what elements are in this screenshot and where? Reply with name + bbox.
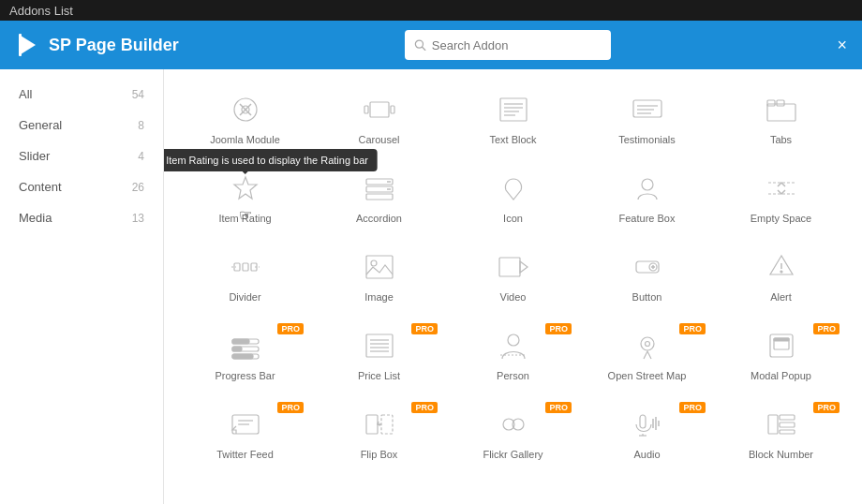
addon-icon-video [495,248,532,286]
svg-marker-21 [234,177,257,199]
addon-item-testimonials[interactable]: Testimonials [580,79,714,157]
svg-rect-18 [767,104,795,121]
addon-name: Testimonials [618,134,676,145]
addon-icon-carousel [361,91,398,128]
logo-icon [15,32,41,58]
addon-item-flipbox[interactable]: PRO Flip Box [312,393,446,472]
addon-name: Icon [503,213,523,224]
addon-item-video[interactable]: Video [446,236,580,315]
pro-badge: PRO [679,402,706,413]
addon-icon-modalpopup [763,327,800,364]
svg-rect-51 [366,334,393,357]
addon-name: Audio [633,449,660,460]
pro-badge: PRO [277,323,304,334]
addon-name: Flickr Gallery [483,449,542,460]
sidebar-item-slider[interactable]: Slider4 [0,141,163,171]
addon-item-carousel[interactable]: Carousel [312,79,446,157]
svg-rect-24 [366,194,393,200]
svg-point-58 [641,337,654,350]
addon-item-textblock[interactable]: Text Block [446,79,580,157]
svg-rect-1 [19,34,22,56]
addon-item-modalpopup[interactable]: PRO Modal Popup [714,315,848,393]
sidebar-item-all[interactable]: All54 [0,79,163,110]
addon-item-image[interactable]: Image [312,236,446,315]
addon-item-blocknumber[interactable]: PRO Block Number [714,393,848,472]
addon-item-featurebox[interactable]: Feature Box [580,157,714,236]
addon-icon-testimonials [629,91,666,128]
addon-icon-tabs [763,91,800,128]
addon-name: Person [497,370,529,381]
sidebar-label: Content [19,180,62,194]
pro-badge: PRO [813,402,840,413]
addon-name: Accordion [356,213,402,224]
svg-rect-76 [768,415,778,434]
svg-rect-66 [366,415,378,434]
addon-item-flickr[interactable]: PRO Flickr Gallery [446,393,580,472]
close-button[interactable]: × [837,37,847,53]
addon-icon-twitter [227,406,264,443]
search-box[interactable] [405,30,611,60]
addon-item-progressbar[interactable]: PRO Progress Bar [178,315,312,393]
addon-item-button[interactable]: Button [580,236,714,315]
addon-name: Empty Space [751,213,811,224]
addon-name: Price List [358,370,400,381]
logo-text: SP Page Builder [49,36,179,55]
pro-badge: PRO [545,323,572,334]
addon-icon-button [629,248,666,286]
addon-item-pricelist[interactable]: PRO Price List [312,315,446,393]
sidebar-label: General [19,118,62,132]
addon-name: Joomla Module [210,134,280,145]
addon-icon-alert [763,248,800,286]
addon-item-icon[interactable]: Icon [446,157,580,236]
svg-rect-67 [381,415,393,434]
addon-item-map[interactable]: PRO Open Street Map [580,315,714,393]
svg-rect-20 [777,100,784,106]
addon-item-person[interactable]: PRO Person [446,315,580,393]
addon-icon-flipbox [361,406,398,443]
addon-icon-progressbar [227,327,264,364]
svg-rect-35 [366,256,393,278]
search-input[interactable] [432,38,602,52]
modal-header: SP Page Builder × [0,21,862,69]
svg-rect-8 [391,106,394,113]
addon-name: Progress Bar [215,370,275,381]
search-icon [414,38,426,52]
svg-point-36 [371,260,377,266]
addon-icon-map [629,327,666,364]
addon-name: Block Number [749,449,813,460]
addon-name: Button [632,291,662,303]
addon-item-divider[interactable]: Divider [178,236,312,315]
svg-rect-19 [767,100,775,106]
sidebar-label: Media [19,211,52,225]
svg-rect-78 [780,422,795,427]
addon-item-itemrating[interactable]: Item Rating is used to display the Ratin… [178,157,312,236]
addon-icon-accordion [361,170,398,207]
addon-item-audio[interactable]: PRO Audio [580,393,714,472]
sidebar-item-media[interactable]: Media13 [0,202,163,233]
addons-modal: SP Page Builder × All54General8Slider4Co… [0,21,862,504]
addon-icon-emptyspace [763,170,800,207]
addon-name: Modal Popup [751,370,811,381]
addon-icon-itemrating [227,170,264,207]
sidebar: All54General8Slider4Content26Media13 [0,69,164,504]
sidebar-item-content[interactable]: Content26 [0,171,163,202]
svg-point-44 [780,271,782,273]
addon-item-tabs[interactable]: Tabs [714,79,848,157]
pro-badge: PRO [545,402,572,413]
svg-point-59 [645,342,649,347]
addon-name: Alert [770,291,792,303]
addon-icon-icon [495,170,532,207]
svg-rect-77 [780,415,795,420]
sidebar-count: 13 [132,212,144,225]
addon-name: Open Street Map [608,370,687,381]
addon-item-joomla[interactable]: Joomla Module [178,79,312,157]
addon-item-alert[interactable]: Alert [714,236,848,315]
addon-item-accordion[interactable]: Accordion [312,157,446,236]
addon-item-twitter[interactable]: PRO Twitter Feed [178,393,312,472]
addon-icon-person [495,327,532,364]
sidebar-item-general[interactable]: General8 [0,110,163,141]
addon-icon-featurebox [629,170,666,207]
addon-item-emptyspace[interactable]: Empty Space [714,157,848,236]
pro-badge: PRO [813,323,840,334]
sidebar-label: Slider [19,149,50,163]
